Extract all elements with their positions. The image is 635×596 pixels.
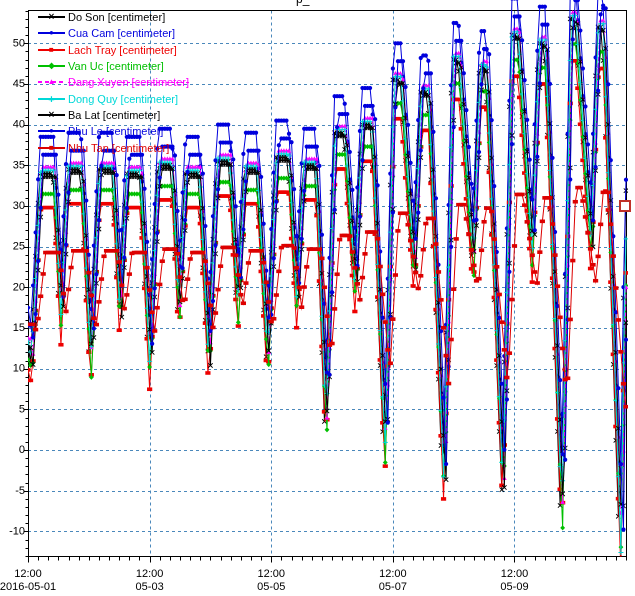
legend-label: Van Uc [centimeter] — [65, 60, 164, 72]
plus-marker-line-icon: + — [38, 94, 65, 104]
square-icon: ■ — [49, 144, 54, 152]
legend-item-van-uc[interactable]: ◆Van Uc [centimeter] — [38, 58, 189, 74]
square-marker-line-icon: ■ — [38, 45, 65, 55]
legend-item-lach-tray[interactable]: ■Lach Tray [centimeter] — [38, 42, 189, 58]
triangle-marker-line-icon: ▲ — [38, 77, 65, 87]
circle-marker-line-icon: ● — [38, 28, 65, 38]
timeseries-chart-window: p_ ×Do Son [centimeter]●Cua Cam [centime… — [0, 0, 635, 596]
square-marker-line-icon: ■ — [38, 143, 65, 153]
square-icon: ■ — [49, 46, 54, 54]
legend-label: Dang Xuyen [centimeter] — [65, 76, 189, 88]
x-marker-line-icon: × — [38, 110, 65, 120]
legend-item-nhu-tan[interactable]: ■Nhu Tan [centimeter] — [38, 139, 189, 155]
legend-label: Ba Lat [centimeter] — [65, 109, 160, 121]
legend-item-phu-le[interactable]: ●Phu Le [centimeter] — [38, 123, 189, 139]
x-marker-line-icon: × — [38, 12, 65, 22]
legend-item-cua-cam[interactable]: ●Cua Cam [centimeter] — [38, 25, 189, 41]
plus-icon: + — [48, 95, 54, 103]
legend: ×Do Son [centimeter]●Cua Cam [centimeter… — [38, 9, 189, 156]
clipped-title-text: p_ — [296, 0, 342, 6]
x-icon: × — [49, 13, 55, 21]
diamond-icon: ◆ — [48, 62, 54, 70]
circle-icon: ● — [49, 127, 54, 135]
triangle-icon: ▲ — [48, 78, 56, 86]
legend-label: Cua Cam [centimeter] — [65, 27, 175, 39]
legend-item-dong-quy[interactable]: +Dong Quy [centimeter] — [38, 90, 189, 106]
legend-label: Phu Le [centimeter] — [65, 125, 163, 137]
circle-icon: ● — [49, 29, 54, 37]
legend-item-do-son[interactable]: ×Do Son [centimeter] — [38, 9, 189, 25]
clipped-chart-title: p_ — [296, 0, 342, 6]
diamond-marker-line-icon: ◆ — [38, 61, 65, 71]
circle-marker-line-icon: ● — [38, 126, 65, 136]
highlight-open-square-marker — [619, 200, 631, 212]
legend-item-dang-xuyen[interactable]: ▲Dang Xuyen [centimeter] — [38, 74, 189, 90]
legend-label: Lach Tray [centimeter] — [65, 44, 177, 56]
legend-label: Dong Quy [centimeter] — [65, 93, 178, 105]
legend-label: Do Son [centimeter] — [65, 11, 165, 23]
x-icon: × — [49, 111, 55, 119]
legend-label: Nhu Tan [centimeter] — [65, 142, 169, 154]
legend-item-ba-lat[interactable]: ×Ba Lat [centimeter] — [38, 107, 189, 123]
